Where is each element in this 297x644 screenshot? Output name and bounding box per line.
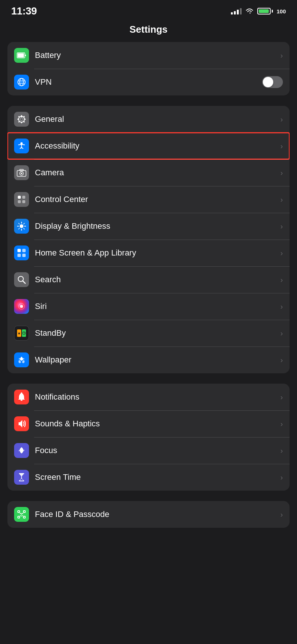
settings-item-accessibility[interactable]: Accessibility › bbox=[7, 133, 290, 159]
settings-item-search[interactable]: Search › bbox=[7, 266, 290, 293]
home-screen-chevron-icon: › bbox=[280, 249, 283, 257]
svg-point-21 bbox=[21, 173, 22, 174]
settings-item-focus[interactable]: Focus › bbox=[7, 437, 290, 464]
accessibility-label: Accessibility bbox=[35, 141, 277, 151]
settings-item-camera[interactable]: Camera › bbox=[7, 159, 290, 186]
control-center-chevron-icon: › bbox=[280, 195, 283, 204]
screen-time-chevron-icon: › bbox=[280, 473, 283, 482]
settings-item-general[interactable]: General › bbox=[7, 106, 290, 133]
battery-status-icon bbox=[257, 8, 273, 14]
settings-group-faceid: Face ID & Passcode › bbox=[7, 501, 290, 528]
control-center-label: Control Center bbox=[35, 195, 277, 204]
camera-icon bbox=[14, 165, 29, 180]
settings-item-sounds[interactable]: Sounds & Haptics › bbox=[7, 410, 290, 437]
sounds-label: Sounds & Haptics bbox=[35, 419, 277, 429]
general-icon bbox=[14, 112, 29, 127]
settings-item-control-center[interactable]: Control Center › bbox=[7, 186, 290, 213]
accessibility-chevron-icon: › bbox=[280, 142, 283, 150]
vpn-icon bbox=[14, 75, 29, 90]
siri-label: Siri bbox=[35, 302, 277, 311]
svg-text:★: ★ bbox=[17, 331, 21, 335]
svg-rect-11 bbox=[21, 122, 22, 123]
control-center-icon bbox=[14, 192, 29, 207]
vpn-label: VPN bbox=[35, 77, 262, 87]
svg-point-4 bbox=[20, 78, 23, 86]
home-screen-label: Home Screen & App Library bbox=[35, 248, 277, 258]
faceid-chevron-icon: › bbox=[280, 510, 283, 519]
settings-item-standby[interactable]: ★ StandBy › bbox=[7, 320, 290, 347]
settings-item-battery[interactable]: Battery › bbox=[7, 42, 290, 69]
display-icon bbox=[14, 219, 29, 234]
notifications-icon bbox=[14, 390, 29, 404]
svg-rect-37 bbox=[22, 249, 26, 252]
siri-icon bbox=[14, 299, 29, 314]
svg-rect-56 bbox=[18, 511, 20, 513]
display-chevron-icon: › bbox=[280, 222, 283, 231]
settings-item-vpn[interactable]: VPN bbox=[7, 69, 290, 95]
svg-rect-57 bbox=[23, 511, 25, 513]
settings-item-faceid[interactable]: Face ID & Passcode › bbox=[7, 501, 290, 528]
status-icons: 100 bbox=[231, 8, 286, 14]
svg-point-9 bbox=[20, 118, 23, 121]
svg-rect-10 bbox=[21, 115, 22, 117]
sounds-chevron-icon: › bbox=[280, 420, 283, 428]
svg-line-34 bbox=[24, 223, 25, 224]
wallpaper-icon bbox=[14, 352, 29, 367]
standby-icon: ★ bbox=[14, 326, 29, 341]
svg-rect-23 bbox=[18, 196, 21, 199]
svg-line-33 bbox=[24, 228, 25, 230]
svg-rect-13 bbox=[24, 119, 26, 120]
status-bar: 11:39 100 bbox=[0, 0, 297, 20]
svg-rect-25 bbox=[18, 200, 21, 203]
settings-item-display[interactable]: Display & Brightness › bbox=[7, 213, 290, 240]
notifications-label: Notifications bbox=[35, 392, 277, 402]
svg-point-51 bbox=[23, 358, 25, 360]
svg-rect-22 bbox=[20, 169, 23, 171]
battery-percentage: 100 bbox=[277, 8, 286, 14]
svg-rect-52 bbox=[21, 400, 23, 401]
svg-rect-36 bbox=[17, 249, 21, 252]
settings-item-siri[interactable]: Siri › bbox=[7, 293, 290, 320]
settings-item-wallpaper[interactable]: Wallpaper › bbox=[7, 347, 290, 373]
general-chevron-icon: › bbox=[280, 115, 283, 124]
svg-point-61 bbox=[22, 513, 23, 514]
vpn-toggle[interactable] bbox=[262, 76, 283, 88]
svg-rect-12 bbox=[17, 119, 19, 120]
general-label: General bbox=[35, 114, 277, 124]
focus-label: Focus bbox=[35, 446, 277, 455]
wifi-icon bbox=[245, 8, 254, 14]
battery-chevron-icon: › bbox=[280, 51, 283, 60]
settings-item-notifications[interactable]: Notifications › bbox=[7, 384, 290, 410]
signal-bars-icon bbox=[231, 8, 242, 14]
standby-chevron-icon: › bbox=[280, 329, 283, 338]
notifications-chevron-icon: › bbox=[280, 393, 283, 401]
settings-item-home-screen[interactable]: Home Screen & App Library › bbox=[7, 240, 290, 266]
svg-point-27 bbox=[20, 224, 23, 228]
focus-icon bbox=[14, 443, 29, 458]
search-chevron-icon: › bbox=[280, 276, 283, 284]
svg-line-35 bbox=[19, 228, 20, 230]
faceid-label: Face ID & Passcode bbox=[35, 510, 277, 519]
svg-point-43 bbox=[20, 305, 23, 308]
screen-time-icon bbox=[14, 470, 29, 485]
settings-group-general: General › Accessibility › Camera › bbox=[7, 106, 290, 373]
svg-rect-38 bbox=[17, 254, 21, 257]
settings-item-screen-time[interactable]: Screen Time › bbox=[7, 464, 290, 491]
siri-chevron-icon: › bbox=[280, 302, 283, 311]
svg-rect-58 bbox=[18, 516, 20, 518]
battery-label: Battery bbox=[35, 51, 277, 60]
settings-group-battery-vpn: Battery › VPN bbox=[7, 42, 290, 95]
svg-rect-39 bbox=[22, 254, 26, 257]
status-time: 11:39 bbox=[11, 5, 37, 17]
battery-icon bbox=[14, 48, 29, 63]
settings-group-notifications: Notifications › Sounds & Haptics › Focus bbox=[7, 384, 290, 491]
camera-label: Camera bbox=[35, 168, 277, 178]
svg-rect-26 bbox=[22, 200, 25, 203]
camera-chevron-icon: › bbox=[280, 169, 283, 177]
svg-line-32 bbox=[19, 223, 20, 224]
focus-chevron-icon: › bbox=[280, 446, 283, 455]
svg-rect-2 bbox=[25, 55, 26, 56]
svg-line-41 bbox=[23, 281, 25, 283]
page-title: Settings bbox=[0, 20, 297, 42]
sounds-icon bbox=[14, 416, 29, 431]
